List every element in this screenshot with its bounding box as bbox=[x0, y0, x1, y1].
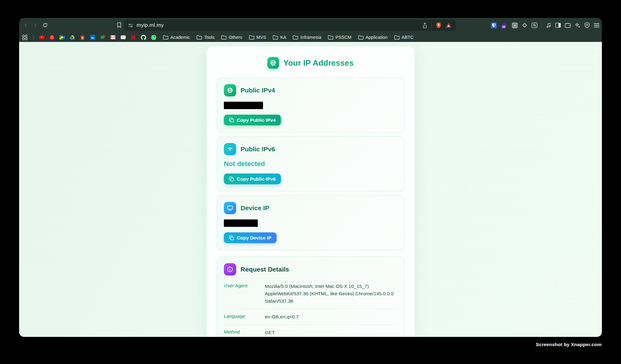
card-request-details: Request Details User Agent Mozilla/5.0 (… bbox=[217, 256, 404, 337]
bookmarks-bar: S in Academic Tools Others MVS KA bbox=[19, 33, 602, 42]
bookmark-folder-ka[interactable]: KA bbox=[273, 35, 286, 40]
bookmark-folder-inframesia[interactable]: Inframesia bbox=[293, 35, 321, 40]
request-row: Method GET bbox=[224, 325, 397, 337]
tab-search-icon[interactable] bbox=[532, 22, 537, 28]
device-ip-value-redacted bbox=[224, 219, 258, 227]
folder-icon bbox=[358, 35, 364, 40]
mail-icon[interactable] bbox=[121, 35, 126, 40]
brave-shield-icon[interactable] bbox=[436, 22, 442, 29]
linkedin-icon[interactable]: in bbox=[90, 35, 95, 40]
youtube-icon[interactable] bbox=[39, 35, 44, 40]
request-row-value: Mozilla/5.0 (Macintosh; Intel Mac OS X 1… bbox=[265, 283, 397, 305]
folder-icon bbox=[293, 35, 298, 40]
card-title: Device IP bbox=[241, 204, 269, 212]
toolbar-extensions-area: 10 bbox=[491, 18, 599, 33]
vpn-shield-icon[interactable] bbox=[584, 22, 590, 28]
xnapper-watermark: Screenshot by Xnapper.com bbox=[536, 342, 602, 347]
whatsapp-icon[interactable] bbox=[151, 35, 156, 40]
chevron-left-icon bbox=[23, 23, 28, 28]
globe-icon bbox=[224, 84, 236, 96]
card-title: Public IPv4 bbox=[241, 87, 275, 94]
leo-ai-sparkles-icon[interactable] bbox=[575, 22, 580, 28]
layers-extension-icon[interactable]: 10 bbox=[501, 22, 508, 29]
copy-icon bbox=[229, 118, 234, 123]
request-row-label: Language bbox=[224, 313, 265, 321]
globe-icon bbox=[267, 57, 279, 69]
sidebar-toggle-icon[interactable] bbox=[555, 23, 561, 28]
folder-icon bbox=[163, 35, 168, 40]
folder-icon bbox=[273, 35, 278, 40]
folder-icon bbox=[328, 35, 333, 40]
copy-icon bbox=[229, 235, 234, 240]
back-button[interactable] bbox=[23, 22, 29, 28]
extensions-icon[interactable] bbox=[522, 22, 528, 28]
request-row: Language en-GB,en;q=0.7 bbox=[224, 309, 397, 325]
copy-device-ip-button[interactable]: Copy Device IP bbox=[224, 232, 277, 243]
copy-public-ipv6-button[interactable]: Copy Public IPv6 bbox=[224, 174, 281, 184]
card-public-ipv6: Public IPv6 Not detected Copy Public IPv… bbox=[217, 136, 404, 191]
bookmark-icon bbox=[117, 22, 121, 28]
google-drive-icon[interactable] bbox=[70, 35, 75, 40]
wallet-icon[interactable] bbox=[565, 22, 571, 28]
bookmark-folder-others[interactable]: Others bbox=[221, 35, 242, 40]
wifi-icon bbox=[224, 143, 236, 155]
folder-icon bbox=[394, 35, 400, 40]
folder-icon bbox=[249, 35, 254, 40]
copy-icon bbox=[229, 177, 234, 182]
bitwarden-icon[interactable] bbox=[491, 22, 497, 28]
bookmark-folder-psscm[interactable]: PSSCM bbox=[328, 35, 352, 40]
bookmark-folder-mvs[interactable]: MVS bbox=[249, 35, 266, 40]
bookmark-button[interactable] bbox=[116, 22, 122, 28]
bookmark-folder-application[interactable]: Application bbox=[358, 35, 388, 40]
page-title: Your IP Addresses bbox=[283, 58, 354, 68]
reload-icon bbox=[42, 22, 48, 28]
card-title: Public IPv6 bbox=[241, 145, 275, 153]
gmail-icon[interactable] bbox=[110, 35, 116, 40]
urlbar-separator bbox=[431, 22, 432, 28]
brave-rewards-icon[interactable] bbox=[446, 22, 452, 28]
toolbar-separator bbox=[541, 22, 542, 28]
google-chat-icon[interactable] bbox=[100, 35, 105, 40]
bookmark-folder-academic[interactable]: Academic bbox=[163, 35, 190, 40]
youtube-music-icon[interactable] bbox=[49, 35, 55, 40]
extension-badge: 10 bbox=[502, 25, 505, 28]
bookmark-folder-abtc[interactable]: ABTC bbox=[394, 35, 414, 40]
forward-button[interactable] bbox=[32, 22, 38, 28]
page-viewport: Your IP Addresses Public IPv4 Copy Publi… bbox=[19, 42, 602, 337]
request-row: User Agent Mozilla/5.0 (Macintosh; Intel… bbox=[224, 279, 397, 309]
copy-public-ipv4-button[interactable]: Copy Public IPv4 bbox=[224, 115, 281, 125]
url-bar[interactable]: myip.ml.my bbox=[124, 20, 456, 31]
card-title: Request Details bbox=[241, 266, 289, 273]
ipv4-value-redacted bbox=[224, 102, 263, 109]
share-icon[interactable] bbox=[422, 22, 427, 28]
card-public-ipv4: Public IPv4 Copy Public IPv4 bbox=[217, 77, 404, 132]
request-details-table: User Agent Mozilla/5.0 (Macintosh; Intel… bbox=[224, 279, 397, 337]
apps-grid-icon[interactable] bbox=[22, 35, 27, 40]
bookmark-folder-tools[interactable]: Tools bbox=[196, 35, 215, 40]
google-meet-icon[interactable] bbox=[60, 35, 65, 40]
shopee-icon[interactable]: S bbox=[80, 35, 85, 40]
svg-text:in: in bbox=[91, 36, 94, 39]
ipv6-value: Not detected bbox=[224, 160, 397, 168]
main-panel: Your IP Addresses Public IPv4 Copy Publi… bbox=[207, 46, 415, 337]
camera-extension-icon[interactable] bbox=[512, 22, 518, 28]
monitor-icon bbox=[224, 202, 236, 214]
bookmarks-separator bbox=[33, 35, 34, 40]
folder-icon bbox=[221, 35, 227, 40]
request-row-value: en-GB,en;q=0.7 bbox=[265, 313, 397, 321]
music-note-icon[interactable] bbox=[546, 22, 551, 28]
menu-icon[interactable] bbox=[594, 23, 599, 27]
browser-window: myip.ml.my 10 bbox=[19, 18, 602, 337]
card-device-ip: Device IP Copy Device IP bbox=[217, 195, 404, 250]
chevron-right-icon bbox=[33, 23, 38, 28]
netflix-icon[interactable] bbox=[131, 35, 136, 40]
tune-icon[interactable] bbox=[128, 23, 133, 28]
github-icon[interactable] bbox=[141, 35, 146, 40]
reload-button[interactable] bbox=[42, 22, 48, 28]
url-text[interactable]: myip.ml.my bbox=[137, 22, 164, 28]
request-row-label: Method bbox=[224, 329, 265, 336]
page-header: Your IP Addresses bbox=[267, 57, 354, 69]
request-row-value: GET bbox=[265, 329, 397, 336]
screenshot-canvas: { "browser": { "url": "myip.ml.my", "ext… bbox=[0, 0, 621, 364]
svg-text:S: S bbox=[81, 36, 83, 39]
